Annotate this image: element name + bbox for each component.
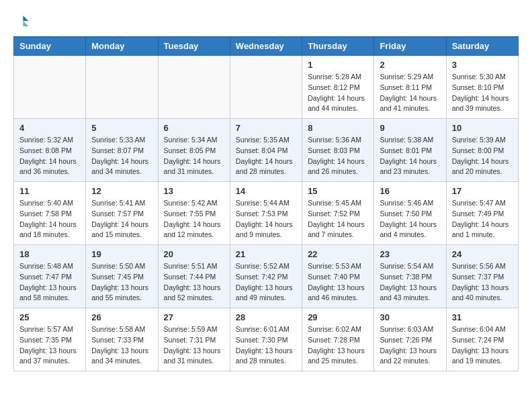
calendar-day: 12Sunrise: 5:41 AMSunset: 7:57 PMDayligh… <box>86 182 158 245</box>
day-info: Sunrise: 6:04 AMSunset: 7:24 PMDaylight:… <box>452 324 513 367</box>
day-number: 14 <box>236 186 296 196</box>
calendar-day: 25Sunrise: 5:57 AMSunset: 7:35 PMDayligh… <box>14 308 86 371</box>
day-number: 29 <box>308 312 368 322</box>
day-number: 11 <box>19 186 80 196</box>
calendar-day: 13Sunrise: 5:42 AMSunset: 7:55 PMDayligh… <box>158 182 230 245</box>
day-number: 28 <box>236 312 296 322</box>
day-number: 26 <box>91 312 152 322</box>
day-number: 20 <box>164 249 224 259</box>
day-number: 9 <box>380 123 440 133</box>
weekday-header: Tuesday <box>158 37 230 56</box>
day-number: 24 <box>452 249 513 259</box>
calendar-day: 27Sunrise: 5:59 AMSunset: 7:31 PMDayligh… <box>158 308 230 371</box>
day-info: Sunrise: 5:39 AMSunset: 8:00 PMDaylight:… <box>452 135 513 177</box>
day-number: 16 <box>380 186 440 196</box>
calendar-day: 11Sunrise: 5:40 AMSunset: 7:58 PMDayligh… <box>14 182 86 245</box>
day-info: Sunrise: 5:57 AMSunset: 7:35 PMDaylight:… <box>19 324 80 367</box>
calendar-day: 5Sunrise: 5:33 AMSunset: 8:07 PMDaylight… <box>86 119 158 182</box>
day-info: Sunrise: 5:56 AMSunset: 7:37 PMDaylight:… <box>452 261 513 304</box>
day-info: Sunrise: 5:33 AMSunset: 8:07 PMDaylight:… <box>91 135 152 177</box>
calendar-day: 18Sunrise: 5:48 AMSunset: 7:47 PMDayligh… <box>14 245 86 308</box>
weekday-header: Saturday <box>446 37 518 56</box>
day-info: Sunrise: 5:51 AMSunset: 7:44 PMDaylight:… <box>164 261 224 304</box>
day-number: 5 <box>91 123 152 133</box>
calendar-day: 2Sunrise: 5:29 AMSunset: 8:11 PMDaylight… <box>374 56 446 119</box>
calendar-header-row: SundayMondayTuesdayWednesdayThursdayFrid… <box>14 37 519 56</box>
day-info: Sunrise: 5:54 AMSunset: 7:38 PMDaylight:… <box>380 261 440 304</box>
calendar-week-row: 1Sunrise: 5:28 AMSunset: 8:12 PMDaylight… <box>14 56 519 119</box>
calendar-day: 31Sunrise: 6:04 AMSunset: 7:24 PMDayligh… <box>446 308 518 371</box>
calendar-empty <box>14 56 86 119</box>
day-number: 13 <box>164 186 224 196</box>
calendar-day: 22Sunrise: 5:53 AMSunset: 7:40 PMDayligh… <box>302 245 374 308</box>
day-info: Sunrise: 6:02 AMSunset: 7:28 PMDaylight:… <box>308 324 368 367</box>
day-number: 27 <box>164 312 224 322</box>
day-info: Sunrise: 6:03 AMSunset: 7:26 PMDaylight:… <box>380 324 440 367</box>
day-info: Sunrise: 5:30 AMSunset: 8:10 PMDaylight:… <box>452 72 513 114</box>
svg-marker-1 <box>23 21 28 26</box>
svg-marker-0 <box>23 15 28 21</box>
day-number: 19 <box>91 249 152 259</box>
calendar-day: 8Sunrise: 5:36 AMSunset: 8:03 PMDaylight… <box>302 119 374 182</box>
day-number: 4 <box>19 123 80 133</box>
day-info: Sunrise: 5:58 AMSunset: 7:33 PMDaylight:… <box>91 324 152 367</box>
day-info: Sunrise: 5:41 AMSunset: 7:57 PMDaylight:… <box>91 198 152 240</box>
calendar-day: 7Sunrise: 5:35 AMSunset: 8:04 PMDaylight… <box>230 119 302 182</box>
weekday-header: Friday <box>374 37 446 56</box>
day-info: Sunrise: 5:46 AMSunset: 7:50 PMDaylight:… <box>380 198 440 240</box>
calendar-day: 10Sunrise: 5:39 AMSunset: 8:00 PMDayligh… <box>446 119 518 182</box>
day-info: Sunrise: 5:28 AMSunset: 8:12 PMDaylight:… <box>308 72 368 114</box>
calendar-day: 23Sunrise: 5:54 AMSunset: 7:38 PMDayligh… <box>374 245 446 308</box>
calendar-empty <box>158 56 230 119</box>
calendar-week-row: 4Sunrise: 5:32 AMSunset: 8:08 PMDaylight… <box>14 119 519 182</box>
calendar-week-row: 18Sunrise: 5:48 AMSunset: 7:47 PMDayligh… <box>14 245 519 308</box>
calendar-day: 30Sunrise: 6:03 AMSunset: 7:26 PMDayligh… <box>374 308 446 371</box>
calendar-day: 20Sunrise: 5:51 AMSunset: 7:44 PMDayligh… <box>158 245 230 308</box>
day-info: Sunrise: 5:59 AMSunset: 7:31 PMDaylight:… <box>164 324 224 367</box>
calendar-table: SundayMondayTuesdayWednesdayThursdayFrid… <box>13 36 519 371</box>
page-header <box>13 13 519 30</box>
day-info: Sunrise: 5:47 AMSunset: 7:49 PMDaylight:… <box>452 198 513 240</box>
weekday-header: Sunday <box>14 37 86 56</box>
day-number: 12 <box>91 186 152 196</box>
day-number: 1 <box>308 60 368 70</box>
calendar-day: 19Sunrise: 5:50 AMSunset: 7:45 PMDayligh… <box>86 245 158 308</box>
calendar-day: 16Sunrise: 5:46 AMSunset: 7:50 PMDayligh… <box>374 182 446 245</box>
day-number: 23 <box>380 249 440 259</box>
day-info: Sunrise: 5:53 AMSunset: 7:40 PMDaylight:… <box>308 261 368 304</box>
day-info: Sunrise: 5:38 AMSunset: 8:01 PMDaylight:… <box>380 135 440 177</box>
day-info: Sunrise: 6:01 AMSunset: 7:30 PMDaylight:… <box>236 324 296 367</box>
calendar-day: 9Sunrise: 5:38 AMSunset: 8:01 PMDaylight… <box>374 119 446 182</box>
day-info: Sunrise: 5:42 AMSunset: 7:55 PMDaylight:… <box>164 198 224 240</box>
day-number: 22 <box>308 249 368 259</box>
day-number: 21 <box>236 249 296 259</box>
calendar-day: 1Sunrise: 5:28 AMSunset: 8:12 PMDaylight… <box>302 56 374 119</box>
calendar-week-row: 25Sunrise: 5:57 AMSunset: 7:35 PMDayligh… <box>14 308 519 371</box>
day-number: 30 <box>380 312 440 322</box>
day-number: 7 <box>236 123 296 133</box>
day-info: Sunrise: 5:50 AMSunset: 7:45 PMDaylight:… <box>91 261 152 304</box>
day-info: Sunrise: 5:29 AMSunset: 8:11 PMDaylight:… <box>380 72 440 114</box>
weekday-header: Monday <box>86 37 158 56</box>
calendar-day: 17Sunrise: 5:47 AMSunset: 7:49 PMDayligh… <box>446 182 518 245</box>
day-info: Sunrise: 5:35 AMSunset: 8:04 PMDaylight:… <box>236 135 296 177</box>
weekday-header: Thursday <box>302 37 374 56</box>
calendar-day: 24Sunrise: 5:56 AMSunset: 7:37 PMDayligh… <box>446 245 518 308</box>
calendar-day: 14Sunrise: 5:44 AMSunset: 7:53 PMDayligh… <box>230 182 302 245</box>
day-number: 18 <box>19 249 80 259</box>
day-info: Sunrise: 5:32 AMSunset: 8:08 PMDaylight:… <box>19 135 80 177</box>
logo <box>13 13 32 30</box>
day-info: Sunrise: 5:36 AMSunset: 8:03 PMDaylight:… <box>308 135 368 177</box>
day-info: Sunrise: 5:48 AMSunset: 7:47 PMDaylight:… <box>19 261 80 304</box>
day-number: 8 <box>308 123 368 133</box>
day-info: Sunrise: 5:34 AMSunset: 8:05 PMDaylight:… <box>164 135 224 177</box>
day-number: 17 <box>452 186 513 196</box>
day-info: Sunrise: 5:45 AMSunset: 7:52 PMDaylight:… <box>308 198 368 240</box>
calendar-day: 21Sunrise: 5:52 AMSunset: 7:42 PMDayligh… <box>230 245 302 308</box>
calendar-week-row: 11Sunrise: 5:40 AMSunset: 7:58 PMDayligh… <box>14 182 519 245</box>
calendar-empty <box>86 56 158 119</box>
calendar-day: 6Sunrise: 5:34 AMSunset: 8:05 PMDaylight… <box>158 119 230 182</box>
day-number: 2 <box>380 60 440 70</box>
calendar-day: 29Sunrise: 6:02 AMSunset: 7:28 PMDayligh… <box>302 308 374 371</box>
day-number: 3 <box>452 60 513 70</box>
